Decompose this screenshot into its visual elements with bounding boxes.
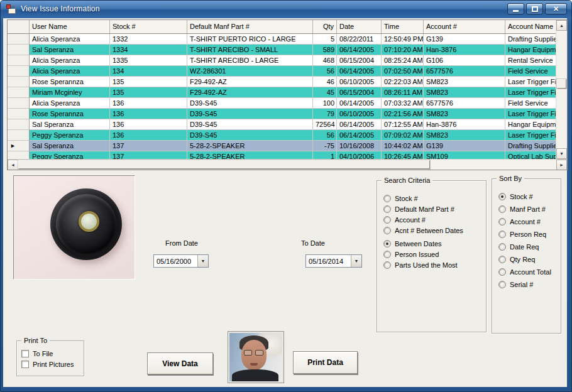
cell-account-name[interactable]: Laser Trigger Fil [505, 87, 556, 98]
cell-account[interactable]: 6577576 [424, 98, 505, 109]
row-header[interactable] [8, 130, 30, 141]
sort-option-person-req[interactable]: Person Req [498, 230, 561, 238]
table-row[interactable]: Sal Speranza1334T-SHIRT ARECIBO - SMALL5… [8, 45, 556, 55]
cell-account[interactable]: SM823 [424, 109, 505, 119]
cell-qty[interactable]: 56 [313, 130, 337, 141]
radio-icon[interactable] [498, 205, 506, 213]
cell-date[interactable]: 06/14/2005 [337, 130, 382, 141]
table-row[interactable]: Rose Sperannza136D39-S457906/10/200502:2… [8, 109, 556, 119]
cell-qty[interactable]: 46 [313, 77, 337, 87]
cell-date[interactable]: 06/15/2004 [337, 87, 382, 98]
print-data-button[interactable]: Print Data [293, 351, 358, 374]
cell-default-manf-part[interactable]: D39-S45 [187, 98, 313, 109]
from-date-value[interactable]: 05/16/2000 [154, 258, 197, 265]
table-row[interactable]: Miriam Mcginley135F29-492-AZ4506/15/2004… [8, 87, 556, 98]
cell-stock[interactable]: 135 [110, 87, 187, 98]
cell-date[interactable]: 06/10/2005 [337, 77, 382, 87]
minimize-button[interactable] [507, 3, 524, 14]
cell-time[interactable]: 08:25:24 AM [382, 55, 424, 66]
cell-qty[interactable]: 45 [313, 87, 337, 98]
radio-icon[interactable] [383, 205, 391, 213]
scroll-right-icon[interactable]: ► [556, 160, 567, 170]
cell-user-name[interactable]: Sal Speranza [30, 45, 110, 55]
radio-icon[interactable] [498, 193, 506, 200]
checkbox-icon[interactable] [21, 350, 29, 357]
cell-default-manf-part[interactable]: T-SHIRT ARECIBO - LARGE [187, 55, 313, 66]
scroll-left-icon[interactable]: ◄ [8, 160, 18, 170]
sort-option-manf-part[interactable]: Manf Part # [498, 205, 561, 213]
current-row-pointer-icon[interactable]: ► [8, 141, 30, 151]
to-date-value[interactable]: 05/16/2014 [306, 258, 351, 265]
column-header-stock[interactable]: Stock # [110, 20, 187, 34]
sort-option-account-total[interactable]: Account Total [498, 268, 561, 276]
cell-qty[interactable]: 5 [313, 34, 337, 45]
radio-icon[interactable] [498, 268, 506, 276]
cell-time[interactable]: 07:12:55 AM [382, 119, 424, 130]
cell-account[interactable]: G139 [424, 34, 505, 45]
cell-account[interactable]: Han-3876 [424, 119, 505, 130]
cell-account-name[interactable]: Hangar Equipme [505, 45, 556, 55]
search-option-default-manf-part[interactable]: Default Manf Part # [383, 204, 486, 214]
column-header-date[interactable]: Date [337, 20, 382, 34]
column-header-qty[interactable]: Qty [313, 20, 337, 34]
cell-stock[interactable]: 136 [110, 119, 187, 130]
row-header[interactable] [8, 34, 30, 45]
search-option-between-dates[interactable]: Between Dates [383, 238, 486, 249]
cell-account-name[interactable]: Drafting Supplie [505, 141, 556, 151]
title-bar[interactable]: View Issue Information ✕ [1, 1, 571, 18]
cell-default-manf-part[interactable]: WZ-286301 [187, 66, 313, 77]
sort-option-stock[interactable]: Stock # [498, 192, 561, 200]
cell-qty[interactable]: -75 [313, 141, 337, 151]
scroll-down-icon[interactable]: ▼ [556, 148, 567, 159]
row-header[interactable] [8, 66, 30, 77]
horizontal-scrollbar[interactable]: ◄ ► [8, 159, 567, 170]
cell-time[interactable]: 10:26:45 AM [382, 151, 424, 159]
cell-account-name[interactable]: Field Service [505, 66, 556, 77]
view-data-button[interactable]: View Data [147, 352, 213, 374]
cell-default-manf-part[interactable]: 5-28-2-SPEAKER [187, 141, 313, 151]
cell-default-manf-part[interactable]: 5-28-2-SPEAKER [187, 151, 313, 159]
cell-stock[interactable]: 137 [110, 141, 187, 151]
column-header-account[interactable]: Account # [424, 20, 505, 34]
cell-default-manf-part[interactable]: F29-492-AZ [187, 77, 313, 87]
print-option-to-file[interactable]: To File [21, 349, 84, 358]
column-header-default-manf-part[interactable]: Default Manf Part # [187, 20, 313, 34]
table-row[interactable]: Peggy Speranza136D39-S455606/14/200507:0… [8, 130, 556, 141]
sort-option-qty-req[interactable]: Qty Req [498, 255, 561, 263]
search-option-stock[interactable]: Stock # [383, 193, 486, 204]
cell-stock[interactable]: 136 [110, 109, 187, 119]
row-header[interactable] [8, 45, 30, 55]
row-header[interactable] [8, 87, 30, 98]
row-header[interactable] [8, 55, 30, 66]
cell-date[interactable]: 06/10/2005 [337, 109, 382, 119]
cell-account[interactable]: G139 [424, 141, 505, 151]
cell-time[interactable]: 07:09:02 AM [382, 130, 424, 141]
cell-date[interactable]: 06/14/2005 [337, 98, 382, 109]
cell-account-name[interactable]: Hangar Equipme [505, 119, 556, 130]
cell-qty[interactable]: 468 [313, 55, 337, 66]
cell-qty[interactable]: 72564 [313, 119, 337, 130]
radio-icon[interactable] [383, 195, 391, 202]
cell-default-manf-part[interactable]: D39-S45 [187, 109, 313, 119]
cell-qty[interactable]: 79 [313, 109, 337, 119]
cell-account-name[interactable]: Rental Service [505, 55, 556, 66]
table-row[interactable]: Sal Speranza136D39-S457256406/14/200507:… [8, 119, 556, 130]
cell-stock[interactable]: 135 [110, 77, 187, 87]
cell-date[interactable]: 06/15/2004 [337, 55, 382, 66]
cell-account-name[interactable]: Laser Trigger Fil [505, 77, 556, 87]
cell-account-name[interactable]: Drafting Supplie [505, 34, 556, 45]
table-row[interactable]: Alicia Speranza1332T-SHIRT PUERTO RICO -… [8, 34, 556, 45]
cell-stock[interactable]: 1334 [110, 45, 187, 55]
vertical-scrollbar[interactable]: ▲ ▼ [556, 20, 567, 159]
cell-account-name[interactable]: Field Service [505, 98, 556, 109]
cell-date[interactable]: 06/14/2005 [337, 119, 382, 130]
column-header-user-name[interactable]: User Name [30, 20, 110, 34]
cell-user-name[interactable]: Alicia Speranza [30, 55, 110, 66]
radio-icon[interactable] [498, 243, 506, 251]
cell-user-name[interactable]: Peggy Speranza [30, 151, 110, 159]
cell-qty[interactable]: 1 [313, 151, 337, 159]
column-header-time[interactable]: Time [382, 20, 424, 34]
cell-account[interactable]: SM823 [424, 77, 505, 87]
cell-qty[interactable]: 100 [313, 98, 337, 109]
vertical-scrollbar-thumb[interactable] [557, 79, 566, 89]
